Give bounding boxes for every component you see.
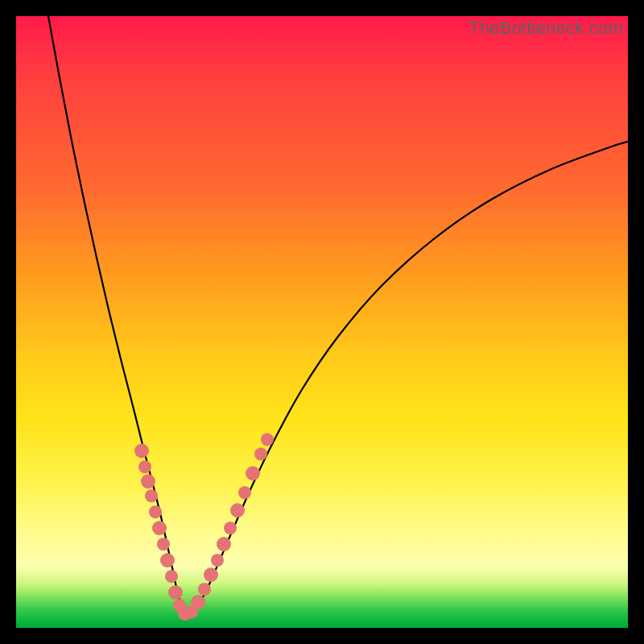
bead — [165, 570, 178, 583]
bead-cluster — [134, 433, 274, 621]
bead — [191, 595, 205, 609]
bead — [160, 553, 175, 568]
bead — [230, 503, 245, 518]
bead — [238, 486, 251, 499]
bead — [217, 537, 231, 551]
bead — [198, 583, 211, 596]
bead — [168, 585, 183, 600]
bottleneck-curve-svg — [16, 16, 628, 628]
bead — [211, 554, 224, 567]
bead — [141, 474, 155, 489]
bead — [204, 568, 218, 582]
bead — [246, 466, 260, 481]
bead — [224, 522, 237, 535]
bead — [254, 448, 267, 460]
bead — [149, 506, 162, 518]
bead — [152, 521, 167, 535]
chart-frame: TheBottleneck.com — [16, 16, 628, 628]
bead — [145, 489, 158, 502]
bead — [157, 538, 170, 551]
bead — [138, 460, 151, 473]
bead — [261, 433, 274, 446]
v-curve-line — [48, 16, 628, 613]
bead — [134, 444, 149, 458]
